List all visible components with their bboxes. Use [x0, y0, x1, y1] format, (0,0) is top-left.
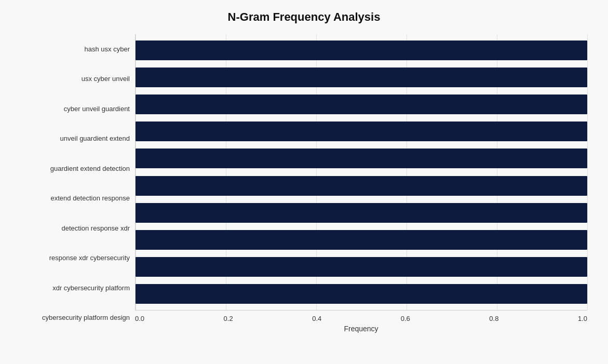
bar-row-6	[136, 201, 587, 224]
x-axis-title: Frequency	[135, 325, 587, 333]
bars-and-grid: 0.00.20.40.60.81.0 Frequency	[135, 34, 587, 333]
y-label-9: cybersecurity platform design	[21, 305, 130, 331]
y-label-0: hash usx cyber	[21, 36, 130, 62]
x-tick-1: 0.2	[224, 315, 233, 322]
y-label-6: detection response xdr	[21, 215, 130, 241]
y-label-5: extend detection response	[21, 185, 130, 211]
y-label-2: cyber unveil guardient	[21, 96, 130, 122]
grid-and-bars	[135, 34, 587, 311]
bar-row-5	[136, 174, 587, 197]
bottom-section: 0.00.20.40.60.81.0 Frequency	[135, 311, 587, 333]
chart-container: N-Gram Frequency Analysis hash usx cyber…	[0, 0, 608, 364]
bar-3	[136, 122, 587, 141]
bar-row-0	[136, 39, 587, 62]
x-axis-labels: 0.00.20.40.60.81.0	[135, 315, 587, 322]
bar-6	[136, 203, 587, 223]
y-label-3: unveil guardient extend	[21, 126, 130, 152]
bar-1	[136, 68, 587, 87]
bar-5	[136, 176, 587, 196]
bar-9	[136, 284, 587, 304]
bar-row-3	[136, 120, 587, 143]
x-tick-3: 0.6	[401, 315, 410, 322]
y-axis-labels: hash usx cyberusx cyber unveilcyber unve…	[21, 34, 135, 333]
y-label-7: response xdr cybersecurity	[21, 245, 130, 271]
chart-title: N-Gram Frequency Analysis	[228, 10, 381, 24]
x-tick-2: 0.4	[312, 315, 321, 322]
x-tick-0: 0.0	[135, 315, 144, 322]
bar-2	[136, 95, 587, 114]
bar-row-4	[136, 147, 587, 170]
bar-7	[136, 230, 587, 250]
y-label-1: usx cyber unveil	[21, 66, 130, 92]
bar-row-9	[136, 282, 587, 305]
bar-4	[136, 149, 587, 168]
bar-row-2	[136, 93, 587, 116]
x-tick-5: 1.0	[578, 315, 587, 322]
bar-0	[136, 41, 587, 60]
bars-wrapper	[136, 34, 587, 310]
grid-line-100	[587, 34, 588, 310]
y-label-8: xdr cybersecurity platform	[21, 275, 130, 301]
chart-area: hash usx cyberusx cyber unveilcyber unve…	[21, 34, 587, 333]
x-tick-4: 0.8	[489, 315, 498, 322]
y-label-4: guardient extend detection	[21, 156, 130, 182]
bar-row-7	[136, 228, 587, 251]
bar-row-8	[136, 255, 587, 278]
bar-8	[136, 257, 587, 277]
bar-row-1	[136, 66, 587, 89]
